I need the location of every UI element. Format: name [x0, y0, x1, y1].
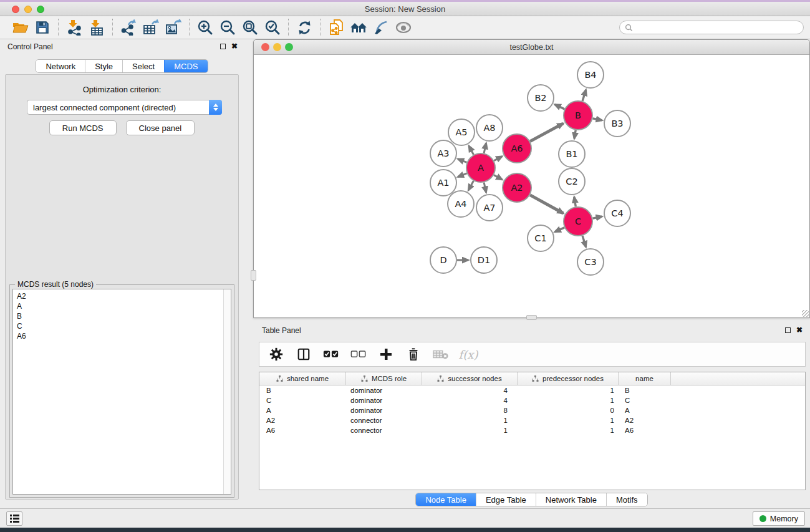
table-settings-button[interactable]: [267, 345, 286, 364]
column-header-predecessor-nodes[interactable]: predecessor nodes: [518, 372, 619, 385]
paint-style-button[interactable]: [370, 17, 392, 37]
tab-network[interactable]: Network: [36, 60, 85, 72]
tab-mcds[interactable]: MCDS: [164, 60, 207, 72]
graph-edge-A-A2[interactable]: [494, 175, 502, 180]
search-icon: [625, 24, 633, 32]
tab-select[interactable]: Select: [122, 60, 164, 72]
table-row[interactable]: C dominator 4 1 C: [259, 395, 805, 405]
float-panel-icon[interactable]: [785, 327, 791, 333]
houses-icon: [349, 20, 368, 35]
optimization-criterion-select[interactable]: largest connected component (directed): [27, 100, 222, 115]
table-row[interactable]: A dominator 8 0 A: [259, 405, 805, 415]
graph-edge-C-C1[interactable]: [555, 228, 564, 232]
graph-edge-B-B1[interactable]: [574, 130, 576, 139]
close-panel-icon[interactable]: ✖: [796, 326, 803, 334]
unselect-all-columns-button[interactable]: [349, 345, 368, 364]
graph-edge-C-C4[interactable]: [593, 216, 602, 218]
export-table-button[interactable]: [140, 17, 162, 37]
zoom-out-button[interactable]: [216, 17, 239, 37]
zoom-selected-button[interactable]: [261, 17, 284, 37]
new-session-from-selection-button[interactable]: [325, 17, 347, 37]
table-row[interactable]: B dominator 4 1 B: [259, 385, 805, 395]
network-window-titlebar[interactable]: testGlobe.txt: [254, 40, 809, 55]
export-network-icon: [120, 19, 137, 36]
window-title: Session: New Session: [0, 4, 810, 14]
column-header-mcds-role[interactable]: MCDS role: [346, 372, 422, 385]
float-panel-icon[interactable]: [220, 44, 226, 49]
graph-edge-C-C3[interactable]: [582, 236, 586, 247]
delete-table-button[interactable]: [432, 345, 450, 364]
graph-edge-C-C2[interactable]: [574, 197, 576, 207]
list-item[interactable]: A2: [17, 291, 231, 301]
table-panel-tabs: Node Table Edge Table Network Table Moti…: [415, 493, 647, 506]
tab-network-table[interactable]: Network Table: [536, 493, 606, 506]
delete-column-button[interactable]: [404, 345, 423, 364]
column-header-name[interactable]: name: [619, 372, 671, 385]
optimization-criterion-value: largest connected component (directed): [27, 103, 209, 112]
zoom-fit-button[interactable]: [239, 17, 261, 37]
graph-edge-A6-B[interactable]: [530, 123, 563, 142]
select-all-columns-button[interactable]: [322, 345, 340, 364]
tab-edge-table[interactable]: Edge Table: [476, 493, 536, 506]
graph-edge-B-B2[interactable]: [555, 105, 565, 109]
list-item[interactable]: A6: [17, 331, 231, 341]
table-row[interactable]: A2 connector 1 1 A2: [259, 415, 805, 425]
show-log-button[interactable]: [6, 511, 22, 526]
create-column-button[interactable]: [377, 345, 395, 364]
search-field[interactable]: [619, 21, 804, 34]
column-header-shared-name[interactable]: shared name: [259, 372, 346, 385]
graph-edge-A-A6[interactable]: [494, 157, 502, 161]
search-input[interactable]: [633, 23, 798, 32]
export-network-button[interactable]: [117, 17, 140, 37]
memory-button[interactable]: Memory: [753, 511, 805, 526]
import-table-button[interactable]: [85, 17, 108, 37]
list-item[interactable]: A: [17, 301, 231, 311]
close-panel-icon[interactable]: ✖: [231, 42, 238, 50]
run-mcds-button[interactable]: Run MCDS: [49, 120, 117, 135]
graph-edge-A-A8[interactable]: [484, 143, 486, 153]
titlebar: Session: New Session: [0, 2, 810, 16]
graph-node-label: A3: [437, 148, 449, 158]
graph-edge-A-A5[interactable]: [469, 146, 474, 155]
table-header-row: shared name MCDS role successor nodes pr…: [259, 372, 805, 385]
list-scrollbar[interactable]: [223, 289, 231, 494]
list-item[interactable]: B: [17, 311, 231, 321]
column-header-successor-nodes[interactable]: successor nodes: [422, 372, 518, 385]
export-image-button[interactable]: [162, 17, 185, 37]
first-neighbors-button[interactable]: [347, 17, 370, 37]
mcds-result-list[interactable]: A2 A B C A6: [12, 289, 231, 495]
zoom-in-button[interactable]: [194, 17, 216, 37]
refresh-layout-button[interactable]: [293, 17, 316, 37]
close-panel-button[interactable]: Close panel: [126, 120, 195, 135]
function-builder-button[interactable]: f(x): [459, 345, 478, 364]
graph-node-label: B: [575, 110, 581, 120]
open-session-button[interactable]: [9, 17, 31, 37]
graph-edge-A2-C[interactable]: [530, 195, 563, 213]
graph-edge-A-A4[interactable]: [468, 181, 473, 190]
tab-node-table[interactable]: Node Table: [416, 493, 476, 506]
graph-edge-A-A1[interactable]: [458, 173, 467, 177]
show-graphics-details-button[interactable]: [392, 17, 415, 37]
table-row[interactable]: A6 connector 1 1 A6: [259, 425, 805, 435]
graph-edge-A-A7[interactable]: [484, 182, 486, 192]
graph-edge-A-A3[interactable]: [458, 159, 466, 162]
graph-node-label: A6: [511, 143, 523, 153]
window-resize-grip[interactable]: [802, 310, 809, 317]
list-item[interactable]: C: [17, 321, 231, 331]
toolbar-separator: [112, 19, 113, 36]
tab-style[interactable]: Style: [85, 60, 122, 72]
save-session-button[interactable]: [31, 17, 54, 37]
divider-grabber-left[interactable]: [251, 270, 256, 281]
tab-motifs[interactable]: Motifs: [606, 493, 647, 506]
graph-node-label: C2: [566, 177, 577, 186]
import-network-button[interactable]: [63, 17, 85, 37]
graph-edge-B-B4[interactable]: [582, 90, 586, 101]
checked-boxes-icon: [323, 350, 339, 359]
graph-edge-B-B3[interactable]: [593, 118, 602, 120]
desktop-wallpaper-strip: [0, 528, 810, 532]
graph-node-label: B3: [611, 118, 623, 128]
show-column-panel-button[interactable]: [294, 345, 313, 364]
network-canvas[interactable]: B4B2BB3A8A5A6A3B1AC2A1A2A4A7C4CC1C3DD1: [254, 55, 809, 317]
divider-grabber-bottom[interactable]: [526, 315, 537, 320]
network-graph[interactable]: B4B2BB3A8A5A6A3B1AC2A1A2A4A7C4CC1C3DD1: [254, 55, 809, 317]
